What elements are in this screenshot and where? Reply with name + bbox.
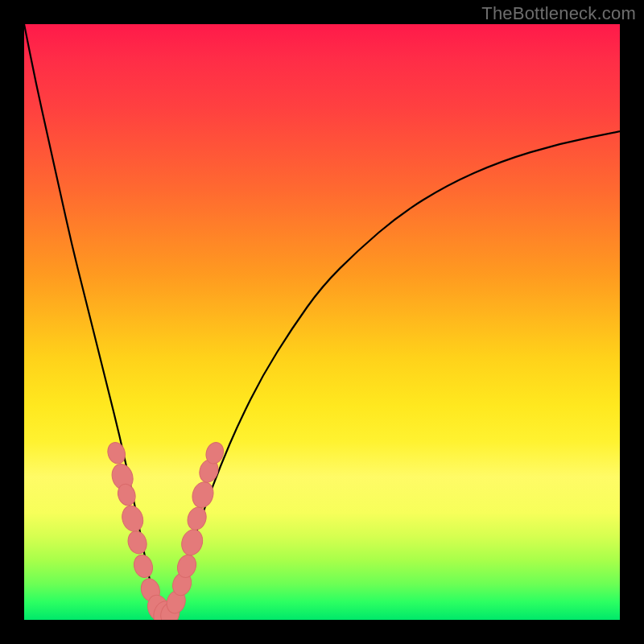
data-marker — [179, 526, 206, 558]
data-marker — [131, 552, 155, 580]
data-marker — [125, 529, 149, 556]
data-marker — [184, 505, 208, 532]
chart-svg — [24, 24, 620, 620]
data-marker — [189, 479, 217, 510]
data-marker — [119, 503, 147, 535]
data-marker — [105, 440, 128, 466]
bottleneck-curve — [24, 24, 620, 614]
chart-frame: TheBottleneck.com — [0, 0, 644, 644]
plot-area — [24, 24, 620, 620]
watermark-text: TheBottleneck.com — [481, 3, 636, 24]
data-markers — [105, 440, 226, 620]
